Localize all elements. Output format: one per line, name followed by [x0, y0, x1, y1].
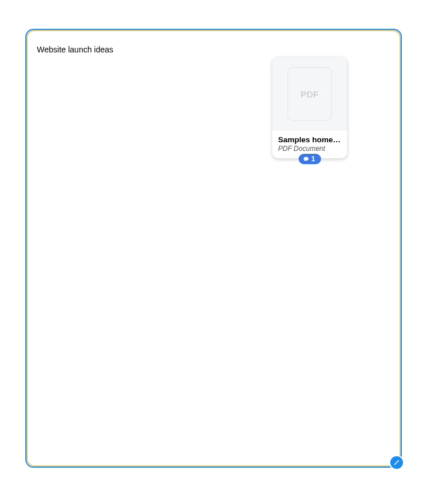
comment-count-badge[interactable]: 1: [299, 154, 321, 164]
file-type-label: PDF Document: [278, 145, 341, 153]
comment-icon: [303, 156, 309, 162]
svg-point-1: [394, 464, 395, 465]
canvas-title[interactable]: Website launch ideas: [37, 45, 113, 54]
svg-line-0: [395, 461, 398, 464]
file-name: Samples home page.pdf: [278, 135, 341, 144]
file-thumbnail-area: PDF: [272, 57, 347, 131]
pdf-icon: PDF: [287, 67, 332, 121]
file-attachment-card[interactable]: PDF Samples home page.pdf PDF Document 1: [272, 57, 347, 158]
svg-point-2: [398, 460, 399, 461]
pdf-icon-label: PDF: [301, 89, 319, 99]
resize-handle[interactable]: [390, 456, 403, 469]
comment-count: 1: [311, 156, 315, 162]
resize-icon: [393, 459, 400, 466]
